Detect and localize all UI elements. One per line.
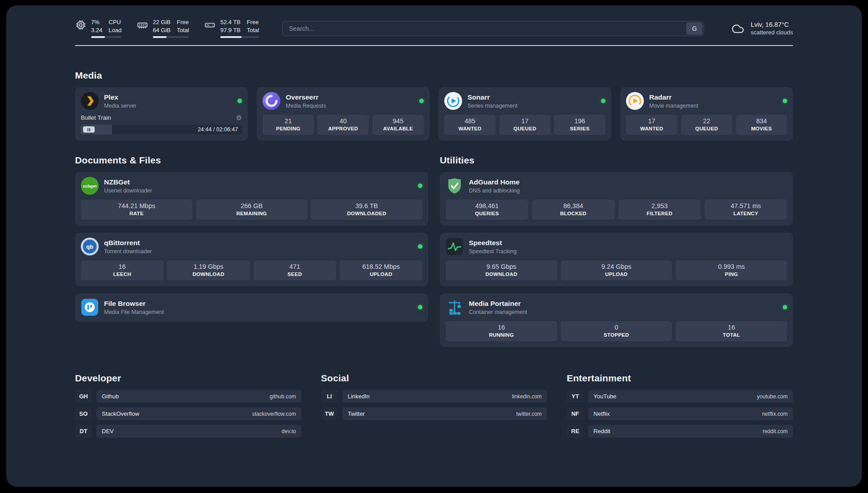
portainer-icon xyxy=(446,298,463,316)
bookmark-name: StackOverflow xyxy=(102,410,139,417)
bookmark-github[interactable]: GH Githubgithub.com xyxy=(75,390,301,403)
bookmark-twitter[interactable]: TW Twittertwitter.com xyxy=(321,407,547,420)
gear-icon[interactable]: ⚙ xyxy=(236,114,242,121)
section-title-documents: Documents & Files xyxy=(75,155,428,166)
ram-free-value: 22 GiB xyxy=(153,19,171,25)
service-card-filebrowser[interactable]: File Browser Media File Management xyxy=(75,293,428,322)
stat-tile: 39.6 TBDOWNLOADED xyxy=(311,200,422,220)
service-card-adguard[interactable]: AdGuard Home DNS and adblocking 498,461Q… xyxy=(440,172,793,226)
service-subtitle: Torrent downloader xyxy=(104,248,152,255)
stat-tile: 9.65 GbpsDOWNLOAD xyxy=(446,260,557,280)
service-subtitle: Movie management xyxy=(649,103,698,109)
service-name: Plex xyxy=(104,93,136,101)
service-card-overseerr[interactable]: Overseerr Media Requests 21PENDING 40APP… xyxy=(257,87,430,141)
stat-tile: 618.52 MbpsUPLOAD xyxy=(340,260,422,280)
section-social: Social LI LinkedInlinkedin.com TW Twitte… xyxy=(321,373,547,420)
section-title-utilities: Utilities xyxy=(440,155,793,166)
bookmark-abbr: LI xyxy=(321,390,338,403)
status-dot xyxy=(238,99,242,103)
service-card-sonarr[interactable]: Sonarr Series management 485WANTED 17QUE… xyxy=(438,87,611,141)
ram-total-label: Total xyxy=(177,27,189,33)
service-name: Media Portainer xyxy=(469,300,527,308)
speedtest-icon xyxy=(446,238,463,255)
bookmark-abbr: GH xyxy=(75,390,92,403)
bookmark-dev[interactable]: DT DEVdev.to xyxy=(75,425,301,438)
bookmark-reddit[interactable]: RE Redditreddit.com xyxy=(567,425,793,438)
pause-button[interactable] xyxy=(83,126,95,133)
cpu-usage-bar xyxy=(91,36,121,38)
bookmark-name: Twitter xyxy=(348,410,365,417)
cpu-percent: 7% xyxy=(91,19,102,25)
bookmark-name: YouTube xyxy=(593,393,616,400)
bookmark-youtube[interactable]: YT YouTubeyoutube.com xyxy=(567,390,793,403)
service-subtitle: Media Requests xyxy=(286,103,326,109)
section-title-media: Media xyxy=(75,70,793,81)
service-card-radarr[interactable]: Radarr Movie management 17WANTED 22QUEUE… xyxy=(620,87,793,141)
service-name: Radarr xyxy=(649,93,698,101)
stat-tile: 40APPROVED xyxy=(317,115,369,135)
cpu-label: CPU xyxy=(108,19,121,25)
service-card-speedtest[interactable]: Speedtest Speedtest Tracking 9.65 GbpsDO… xyxy=(440,233,793,286)
disk-total-label: Total xyxy=(247,27,259,33)
svg-text:nzbget: nzbget xyxy=(83,184,97,188)
bookmark-name: Reddit xyxy=(593,428,610,435)
stat-tile: 485WANTED xyxy=(444,115,496,135)
nzbget-icon: nzbget xyxy=(81,177,99,195)
section-utilities: Utilities AdGuard Home DNS and adblockin… xyxy=(440,155,793,347)
status-dot xyxy=(418,184,422,188)
svg-text:qb: qb xyxy=(86,243,93,250)
status-dot xyxy=(783,99,787,103)
search-engine-button[interactable]: G xyxy=(686,22,702,35)
service-subtitle: DNS and adblocking xyxy=(469,188,520,194)
section-documents: Documents & Files nzbget NZBGet Usenet d… xyxy=(75,155,428,322)
stat-tile: 498,461QUERIES xyxy=(446,200,528,220)
status-dot xyxy=(418,305,422,309)
playback-progress-bar[interactable]: 24:44 / 02:06:47 xyxy=(81,125,242,134)
bookmark-linkedin[interactable]: LI LinkedInlinkedin.com xyxy=(321,390,547,403)
service-subtitle: Usenet downloader xyxy=(104,188,152,194)
bookmark-url: netflix.com xyxy=(762,411,788,417)
stat-tile: 21PENDING xyxy=(263,115,314,135)
stat-tile: 16LEECH xyxy=(81,260,163,280)
service-name: AdGuard Home xyxy=(469,178,520,186)
bookmark-stackoverflow[interactable]: SO StackOverflowstackoverflow.com xyxy=(75,407,301,420)
ram-free-label: Free xyxy=(177,19,189,25)
service-card-nzbget[interactable]: nzbget NZBGet Usenet downloader 744.21 M… xyxy=(75,172,428,226)
ram-usage-bar xyxy=(153,36,189,38)
cpu-load-label: Load xyxy=(108,27,121,33)
qbittorrent-icon: qb xyxy=(81,238,99,255)
service-subtitle: Media server xyxy=(104,103,136,109)
disk-free-value: 52.4 TB xyxy=(220,19,240,25)
bookmark-url: github.com xyxy=(270,393,296,400)
section-media: Media Plex Media server Bullet Train ⚙ xyxy=(75,70,793,141)
section-entertainment: Entertainment YT YouTubeyoutube.com NF N… xyxy=(567,373,793,438)
disk-free-label: Free xyxy=(247,19,259,25)
service-name: Speedtest xyxy=(469,239,517,247)
bookmark-abbr: RE xyxy=(567,425,584,438)
stat-tile: 266 GBREMAINING xyxy=(196,200,308,220)
bookmark-name: LinkedIn xyxy=(348,393,370,400)
cloud-icon xyxy=(730,22,745,35)
status-dot xyxy=(601,99,605,103)
service-card-portainer[interactable]: Media Portainer Container management 16R… xyxy=(440,293,793,347)
service-name: qBittorrent xyxy=(104,239,152,247)
stat-tile: 86,384BLOCKED xyxy=(532,200,614,220)
service-subtitle: Series management xyxy=(467,103,517,109)
search-input[interactable] xyxy=(283,25,686,32)
service-card-qbittorrent[interactable]: qb qBittorrent Torrent downloader 16LEEC… xyxy=(75,233,428,286)
stat-tile: 744.21 MbpsRATE xyxy=(81,200,192,220)
section-title-social: Social xyxy=(321,373,547,384)
overseerr-icon xyxy=(263,92,280,110)
service-card-plex[interactable]: Plex Media server Bullet Train ⚙ 24:44 /… xyxy=(75,87,248,141)
ram-icon xyxy=(137,19,148,31)
service-subtitle: Media File Management xyxy=(104,309,164,315)
stat-tile: 17WANTED xyxy=(626,115,677,135)
stat-tile: 471SEED xyxy=(254,260,336,280)
stat-tile: 1.19 GbpsDOWNLOAD xyxy=(167,260,250,280)
bookmark-abbr: TW xyxy=(321,407,338,420)
now-playing-title: Bullet Train xyxy=(81,114,111,121)
disk-usage-bar xyxy=(220,36,259,38)
disk-total-value: 97.9 TB xyxy=(220,27,240,33)
bookmark-name: Github xyxy=(102,393,119,400)
bookmark-netflix[interactable]: NF Netflixnetflix.com xyxy=(567,407,793,420)
